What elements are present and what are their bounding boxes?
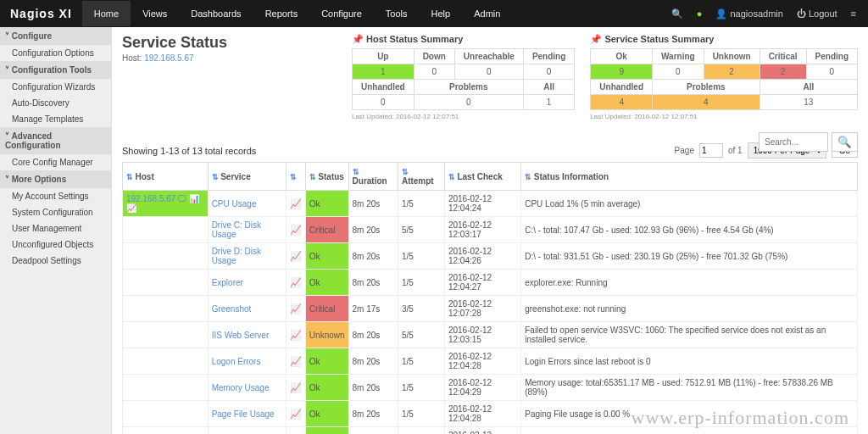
service-action-cell[interactable]: 📈 — [286, 375, 305, 401]
host-link[interactable]: 192.168.5.67 — [144, 53, 193, 63]
search-box: 🔍 — [759, 132, 858, 152]
sidebar-head[interactable]: Configure — [0, 27, 111, 45]
host-cell[interactable] — [123, 217, 209, 243]
sidebar-item[interactable]: Configuration Wizards — [0, 79, 111, 95]
attempt-cell: 5/5 — [398, 217, 444, 243]
chart-icon: 📈 — [290, 409, 302, 419]
nav-views[interactable]: Views — [131, 1, 179, 26]
nav-help[interactable]: Help — [420, 1, 463, 26]
user-link[interactable]: 👤 nagiosadmin — [715, 8, 782, 19]
service-action-cell[interactable]: 📈 — [286, 191, 305, 217]
info-cell: C:\ - total: 107.47 Gb - used: 102.93 Gb… — [521, 217, 858, 243]
table-row: 192.168.5.67 🖵 📊 📈CPU Usage📈Ok8m 20s1/52… — [123, 191, 858, 217]
chart-icon: 📈 — [290, 356, 302, 366]
attempt-cell: 1/5 — [398, 243, 444, 270]
lastcheck-cell: 2016-02-12 12:04:28 — [444, 401, 520, 427]
host-cell[interactable] — [123, 375, 209, 401]
service-action-cell[interactable]: 📈 — [286, 243, 305, 270]
sidebar-item[interactable]: Core Config Manager — [0, 154, 111, 170]
sidebar-item[interactable]: Configuration Options — [0, 45, 111, 61]
service-action-cell[interactable]: 📈 — [286, 270, 305, 296]
duration-cell: 8m 20s — [348, 348, 398, 375]
table-row: IIS Web Server📈Unknown8m 20s5/52016-02-1… — [123, 322, 858, 348]
search-icon[interactable]: 🔍 — [671, 8, 683, 19]
host-cell[interactable] — [123, 401, 209, 427]
status-cell: Unknown — [305, 322, 348, 348]
status-cell: Ok — [305, 348, 348, 375]
table-row: Explorer📈Ok8m 20s1/52016-02-12 12:04:27e… — [123, 270, 858, 296]
host-cell[interactable] — [123, 427, 209, 435]
sidebar-head[interactable]: Advanced Configuration — [0, 127, 111, 154]
sidebar-item[interactable]: My Account Settings — [0, 188, 111, 204]
logout-link[interactable]: ⏻ Logout — [797, 8, 837, 19]
service-action-cell[interactable]: 📈 — [286, 296, 305, 322]
host-status-summary: 📌 Host Status Summary UpDownUnreachableP… — [352, 34, 575, 120]
col-header[interactable]: Host — [123, 163, 209, 191]
nav-admin[interactable]: Admin — [462, 1, 512, 26]
status-icon[interactable]: ● — [697, 8, 703, 19]
duration-cell: 8m 20s — [348, 427, 398, 435]
lastcheck-cell: 2016-02-12 12:04:29 — [444, 375, 520, 401]
service-action-cell[interactable]: 📈 — [286, 322, 305, 348]
nav-reports[interactable]: Reports — [253, 1, 310, 26]
col-header[interactable]: Duration — [348, 163, 398, 191]
attempt-cell: 1/5 — [398, 401, 444, 427]
chart-icon: 📈 — [290, 251, 302, 261]
nav-home[interactable]: Home — [82, 1, 131, 26]
service-cell[interactable]: CPU Usage — [208, 191, 286, 217]
host-cell[interactable] — [123, 270, 209, 296]
page-input[interactable] — [699, 143, 723, 158]
sidebar-item[interactable]: Deadpool Settings — [0, 253, 111, 269]
col-header[interactable]: Status — [305, 163, 348, 191]
service-cell[interactable]: Drive D: Disk Usage — [208, 243, 286, 270]
col-header[interactable]: Status Information — [521, 163, 858, 191]
menu-icon[interactable]: ≡ — [851, 8, 856, 19]
host-cell[interactable] — [123, 348, 209, 375]
service-cell[interactable]: Greenshot — [208, 296, 286, 322]
service-cell[interactable]: Memory Usage — [208, 375, 286, 401]
info-cell: CPU Load 1% (5 min average) — [521, 191, 858, 217]
search-button[interactable]: 🔍 — [832, 132, 858, 152]
service-cell[interactable]: Drive C: Disk Usage — [208, 217, 286, 243]
duration-cell: 8m 20s — [348, 217, 398, 243]
host-cell[interactable]: 192.168.5.67 🖵 📊 📈 — [123, 191, 209, 217]
duration-cell: 8m 20s — [348, 375, 398, 401]
search-input[interactable] — [759, 132, 828, 152]
nav-configure[interactable]: Configure — [309, 1, 374, 26]
col-header[interactable]: Service — [208, 163, 286, 191]
duration-cell: 8m 20s — [348, 270, 398, 296]
nav-tools[interactable]: Tools — [374, 1, 420, 26]
service-cell[interactable]: Explorer — [208, 270, 286, 296]
sidebar-head[interactable]: More Options — [0, 170, 111, 188]
service-action-cell[interactable]: 📈 — [286, 427, 305, 435]
sidebar-item[interactable]: Unconfigured Objects — [0, 236, 111, 253]
nav-dashboards[interactable]: Dashboards — [179, 1, 253, 26]
sidebar-item[interactable]: Manage Templates — [0, 111, 111, 127]
info-cell: Failed to open service W3SVC: 1060: The … — [521, 322, 858, 348]
info-cell: D:\ - total: 931.51 Gb - used: 230.19 Gb… — [521, 243, 858, 270]
service-action-cell[interactable]: 📈 — [286, 401, 305, 427]
host-cell[interactable] — [123, 243, 209, 270]
sidebar-item[interactable]: User Management — [0, 220, 111, 236]
service-action-cell[interactable]: 📈 — [286, 217, 305, 243]
sidebar-item[interactable]: System Configuration — [0, 204, 111, 220]
host-cell[interactable] — [123, 322, 209, 348]
duration-cell: 2m 17s — [348, 296, 398, 322]
chart-icon: 📈 — [290, 225, 302, 235]
service-cell[interactable]: Page File Usage — [208, 401, 286, 427]
sidebar-item[interactable]: Auto-Discovery — [0, 95, 111, 111]
service-cell[interactable]: Ping — [208, 427, 286, 435]
host-cell[interactable] — [123, 296, 209, 322]
chart-icon: 📈 — [290, 382, 302, 392]
service-action-cell[interactable]: 📈 — [286, 348, 305, 375]
sidebar-head[interactable]: Configuration Tools — [0, 61, 111, 79]
service-cell[interactable]: IIS Web Server — [208, 322, 286, 348]
col-header[interactable]: Last Check — [444, 163, 520, 191]
attempt-cell: 1/5 — [398, 348, 444, 375]
main-content: Service Status Host: 192.168.5.67 📌 Host… — [112, 27, 868, 434]
table-row: Greenshot📈Critical2m 17s3/52016-02-12 12… — [123, 296, 858, 322]
lastcheck-cell: 2016-02-12 12:04:28 — [444, 348, 520, 375]
service-cell[interactable]: Logon Errors — [208, 348, 286, 375]
records-label: Showing 1-13 of 13 total records — [122, 146, 256, 156]
col-header[interactable]: Attempt — [398, 163, 444, 191]
